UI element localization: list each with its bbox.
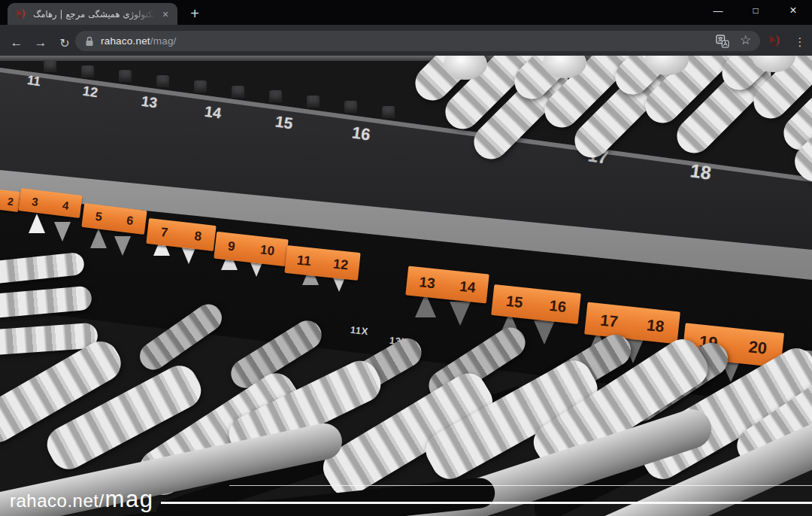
connector-nub [269, 90, 282, 102]
connector-nub [119, 70, 132, 82]
new-tab-button[interactable]: + [185, 5, 205, 23]
forward-button[interactable]: → [31, 33, 50, 53]
window-controls: — □ × [699, 0, 812, 21]
browser-window: رهامگ | مرجع همیشگی تکنولوژی | × + — □ ×… [0, 0, 812, 516]
window-close-button[interactable]: × [774, 0, 812, 21]
panel-number: 18 [689, 159, 713, 184]
back-button[interactable]: ← [7, 33, 26, 53]
port-arrow-down [114, 236, 131, 256]
browser-tab[interactable]: رهامگ | مرجع همیشگی تکنولوژی | × [8, 3, 177, 25]
connector-nub [156, 75, 169, 87]
connector-nub [307, 96, 320, 108]
watermark-host: rahaco.net/ [10, 490, 105, 511]
port-arrow-up [90, 229, 107, 248]
watermark-line [161, 502, 812, 504]
port-arrow-down [534, 320, 555, 345]
connector-nub [81, 65, 94, 77]
watermark: rahaco.net/mag [10, 486, 153, 513]
connector-nub [44, 60, 56, 72]
translate-icon[interactable] [716, 35, 729, 48]
connector-nub [344, 101, 357, 113]
hero-image: 11 12 13 14 15 16 17 18 2 34 56 78 910 [0, 56, 812, 516]
port-arrow-down [54, 222, 71, 241]
panel-number: 16 [350, 123, 371, 144]
rahaco-extension-icon[interactable] [768, 33, 783, 48]
url-path: /mag/ [150, 35, 177, 47]
connector-nub [382, 106, 395, 118]
url-text: rahaco.net/mag/ [101, 35, 177, 47]
panel-number: 11 [26, 73, 42, 90]
window-minimize-button[interactable]: — [699, 0, 737, 21]
panel-number: 15 [274, 112, 293, 132]
watermark-line [229, 485, 812, 486]
port-arrow-up [29, 214, 45, 233]
panel-number: 14 [204, 103, 223, 123]
connector-nub [232, 86, 244, 98]
reload-button[interactable]: ↻ [55, 33, 74, 53]
watermark-brand: mag [105, 486, 154, 513]
window-maximize-button[interactable]: □ [737, 0, 774, 21]
browser-menu-icon[interactable]: ⋮ [794, 33, 806, 51]
panel-mark: 11X [350, 324, 368, 337]
bookmark-star-icon[interactable]: ☆ [740, 32, 751, 48]
port-arrow-down [450, 302, 471, 326]
tab-title: رهامگ | مرجع همیشگی تکنولوژی | [33, 9, 159, 20]
connector-nub [194, 80, 207, 93]
panel-number: 12 [82, 83, 99, 102]
lock-icon[interactable] [85, 36, 94, 47]
panel-number: 13 [141, 93, 159, 112]
address-bar[interactable]: rahaco.net/mag/ [75, 31, 760, 51]
url-host: rahaco.net [101, 35, 150, 47]
rahaco-favicon-icon [15, 8, 28, 20]
tab-close-icon[interactable]: × [159, 8, 171, 20]
port-label-partial: 2 [0, 187, 20, 212]
tab-bar: رهامگ | مرجع همیشگی تکنولوژی | × + — □ × [0, 0, 812, 25]
